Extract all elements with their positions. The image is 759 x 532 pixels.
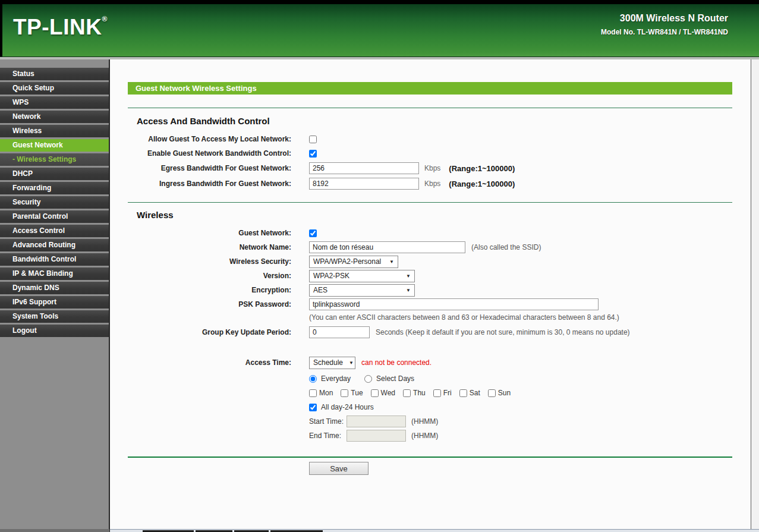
everyday-radio[interactable] [309, 375, 317, 383]
day-sat[interactable]: Sat [459, 389, 480, 397]
egress-unit-label: Kbps [424, 164, 440, 172]
day-thu[interactable]: Thu [403, 389, 426, 397]
sidebar-item-guest-network[interactable]: Guest Network [0, 139, 109, 152]
encryption-value: AES [313, 286, 327, 294]
psk-note: (You can enter ASCII characters between … [309, 313, 619, 322]
connection-warning-text: can not be connected. [361, 358, 432, 367]
sidebar-item-system-tools[interactable]: System Tools [0, 310, 109, 323]
sidebar-item-ipv6-support[interactable]: IPv6 Support [0, 296, 109, 309]
start-time-row: Start Time: (HHMM) [128, 414, 732, 429]
ingress-range-note: (Range:1~100000) [449, 180, 515, 188]
sidebar-item-quick-setup[interactable]: Quick Setup [0, 82, 109, 95]
egress-bandwidth-input[interactable] [309, 162, 419, 174]
sidebar-item-dhcp[interactable]: DHCP [0, 168, 109, 180]
sidebar-item-security[interactable]: Security [0, 196, 109, 209]
network-name-input[interactable] [309, 241, 465, 253]
day-fri[interactable]: Fri [433, 389, 452, 397]
days-row: Mon Tue Wed Thu Fri Sat Sun [128, 386, 732, 400]
end-time-input[interactable] [347, 430, 406, 442]
version-row: Version: WPA2-PSK ▼ [128, 269, 732, 283]
bandwidth-section-heading: Access And Bandwidth Control [137, 116, 732, 126]
logo-text: TP-LINK [13, 15, 102, 39]
bottom-strip-sidebar-segment [0, 529, 110, 532]
sidebar-item-guest-wireless-settings[interactable]: - Wireless Settings [0, 153, 109, 166]
chevron-down-icon: ▼ [406, 288, 411, 293]
wireless-security-label: Wireless Security: [128, 257, 291, 266]
access-time-select[interactable]: Schedule ▼ [309, 357, 355, 369]
save-button[interactable]: Save [309, 462, 369, 475]
group-key-row: Group Key Update Period: Seconds (Keep i… [128, 325, 732, 340]
wireless-security-select[interactable]: WPA/WPA2-Personal ▼ [309, 256, 398, 268]
guest-network-checkbox[interactable] [309, 229, 317, 237]
sidebar-item-network[interactable]: Network [0, 111, 109, 123]
psk-note-row: (You can enter ASCII characters between … [128, 313, 732, 322]
sidebar-item-ip-mac-binding[interactable]: IP & MAC Binding [0, 267, 109, 280]
sidebar-item-status[interactable]: Status [0, 68, 109, 80]
day-sat-checkbox[interactable] [459, 389, 467, 397]
sidebar-item-bandwidth-control[interactable]: Bandwidth Control [0, 253, 109, 266]
tplink-logo: TP-LINK® [13, 15, 108, 40]
bottom-edge-strip [0, 529, 759, 532]
guest-network-label: Guest Network: [128, 229, 291, 237]
everyday-option[interactable]: Everyday [309, 374, 351, 383]
ingress-bandwidth-label: Ingress Bandwidth For Guest Network: [128, 180, 291, 188]
allow-guest-checkbox[interactable] [309, 136, 317, 143]
egress-bandwidth-label: Egress Bandwidth For Guest Network: [128, 164, 291, 172]
ingress-unit-label: Kbps [424, 180, 440, 188]
enable-bandwidth-checkbox[interactable] [309, 150, 317, 158]
psk-password-input[interactable] [309, 298, 599, 310]
content-area: Guest Network Wireless Settings Access A… [110, 59, 751, 532]
bottom-strip-content-segment [110, 529, 759, 532]
day-fri-label: Fri [443, 389, 452, 397]
all-day-option[interactable]: All day-24 Hours [309, 403, 374, 411]
ingress-bandwidth-input[interactable] [309, 178, 419, 190]
network-name-row: Network Name: (Also called the SSID) [128, 240, 732, 254]
vertical-scrollbar[interactable] [751, 59, 759, 532]
everyday-label: Everyday [321, 374, 351, 383]
day-wed[interactable]: Wed [371, 389, 395, 397]
chevron-down-icon: ▼ [389, 259, 394, 265]
day-mon[interactable]: Mon [309, 389, 333, 397]
all-day-label: All day-24 Hours [321, 403, 374, 411]
day-tue-label: Tue [351, 389, 363, 397]
start-time-input[interactable] [347, 415, 406, 427]
day-thu-checkbox[interactable] [403, 389, 411, 397]
all-day-checkbox[interactable] [309, 404, 317, 411]
sidebar-item-access-control[interactable]: Access Control [0, 225, 109, 237]
encryption-label: Encryption: [128, 286, 291, 294]
select-days-option[interactable]: Select Days [364, 374, 414, 383]
day-mon-checkbox[interactable] [309, 389, 317, 397]
main-layout: Status Quick Setup WPS Network Wireless … [0, 59, 759, 532]
end-time-row: End Time: (HHMM) [128, 429, 732, 443]
day-tue-checkbox[interactable] [341, 389, 348, 397]
product-name: 300M Wireless N Router [601, 13, 728, 24]
ingress-bandwidth-row: Ingress Bandwidth For Guest Network: Kbp… [128, 176, 732, 191]
day-tue[interactable]: Tue [341, 389, 363, 397]
access-time-row: Access Time: Schedule ▼ can not be conne… [128, 355, 732, 370]
day-sun-checkbox[interactable] [488, 389, 496, 397]
encryption-select[interactable]: AES ▼ [309, 284, 415, 297]
sidebar-item-dynamic-dns[interactable]: Dynamic DNS [0, 282, 109, 294]
day-wed-checkbox[interactable] [371, 389, 379, 397]
sidebar-item-wps[interactable]: WPS [0, 96, 109, 109]
version-select[interactable]: WPA2-PSK ▼ [309, 270, 415, 282]
select-days-radio[interactable] [364, 375, 372, 383]
egress-bandwidth-row: Egress Bandwidth For Guest Network: Kbps… [128, 160, 732, 176]
model-number: Model No. TL-WR841N / TL-WR841ND [601, 28, 728, 36]
allow-guest-row: Allow Guest To Access My Local Network: [128, 132, 732, 146]
day-fri-checkbox[interactable] [433, 389, 441, 397]
psk-password-row: PSK Password: [128, 297, 732, 311]
group-key-input[interactable] [309, 326, 370, 338]
sidebar-item-wireless[interactable]: Wireless [0, 125, 109, 137]
sidebar-item-parental-control[interactable]: Parental Control [0, 210, 109, 223]
sidebar-item-forwarding[interactable]: Forwarding [0, 182, 109, 194]
sidebar-item-advanced-routing[interactable]: Advanced Routing [0, 239, 109, 251]
wireless-security-value: WPA/WPA2-Personal [313, 257, 381, 266]
group-key-label: Group Key Update Period: [128, 328, 291, 336]
enable-bandwidth-row: Enable Guest Network Bandwidth Control: [128, 146, 732, 160]
access-time-value: Schedule [313, 358, 343, 367]
sidebar-item-logout[interactable]: Logout [0, 325, 109, 337]
day-sat-label: Sat [470, 389, 480, 397]
day-sun[interactable]: Sun [488, 389, 511, 397]
save-divider [128, 457, 732, 458]
